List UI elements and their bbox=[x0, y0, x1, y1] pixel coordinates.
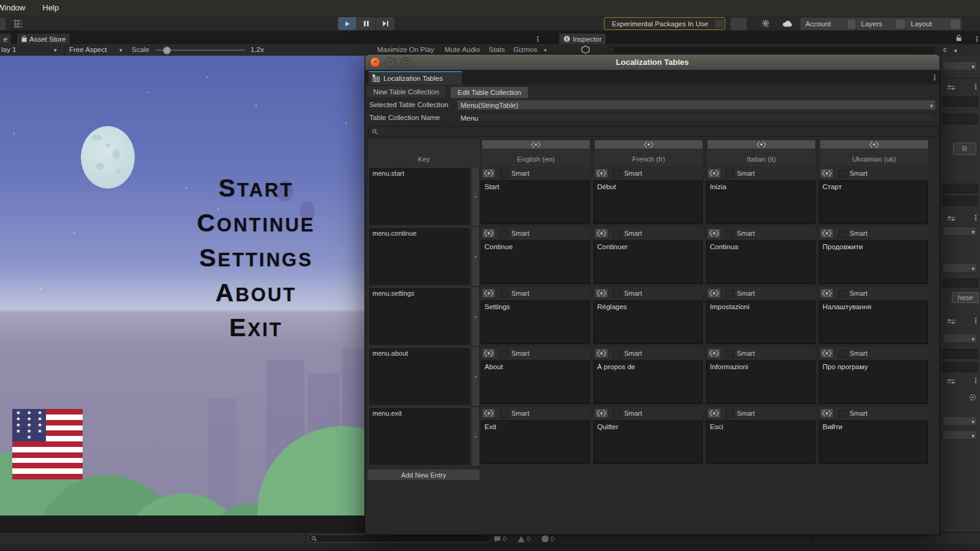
inspector-dropdown[interactable] bbox=[943, 61, 977, 70]
metadata-button[interactable] bbox=[482, 288, 496, 298]
remove-entry-button[interactable]: - bbox=[472, 167, 479, 226]
play-button[interactable] bbox=[337, 17, 357, 31]
language-column-header[interactable]: Italian (it) bbox=[707, 139, 816, 167]
key-cell[interactable]: menu.start bbox=[368, 167, 471, 226]
smart-checkbox[interactable] bbox=[839, 290, 846, 298]
remove-entry-button[interactable]: - bbox=[472, 347, 479, 406]
smart-checkbox[interactable] bbox=[726, 410, 734, 418]
step-button[interactable] bbox=[376, 17, 395, 31]
inspector-dropdown[interactable] bbox=[943, 416, 977, 425]
menu-window[interactable]: Window bbox=[0, 3, 25, 12]
tab-partial-left[interactable]: e bbox=[0, 34, 11, 44]
grid-snap-button[interactable] bbox=[10, 17, 26, 29]
remove-entry-button[interactable]: - bbox=[472, 407, 479, 466]
language-column-header[interactable]: Ukrainian (uk) bbox=[820, 139, 929, 167]
column-metadata-button[interactable] bbox=[594, 140, 703, 149]
translation-text[interactable]: Quitter bbox=[594, 421, 703, 464]
language-column-header[interactable]: French (fr) bbox=[594, 139, 703, 167]
aspect-dropdown-arrow-icon[interactable] bbox=[119, 46, 123, 53]
add-new-entry-button[interactable]: Add New Entry bbox=[367, 469, 480, 481]
target-circle-icon[interactable] bbox=[969, 394, 976, 401]
collection-name-field[interactable]: Menu bbox=[457, 113, 936, 122]
translation-text[interactable]: Informazioni bbox=[706, 361, 815, 404]
smart-checkbox[interactable] bbox=[726, 170, 734, 178]
column-metadata-button[interactable] bbox=[820, 140, 929, 149]
layers-dropdown[interactable]: Layers bbox=[856, 17, 907, 31]
aspect-dropdown[interactable]: Free Aspect bbox=[69, 46, 107, 53]
metadata-button[interactable] bbox=[707, 228, 721, 238]
metadata-button[interactable] bbox=[595, 228, 608, 238]
component-kebab-icon[interactable] bbox=[972, 214, 979, 222]
r-button[interactable]: R bbox=[953, 143, 976, 155]
static-dropdown-arrow-icon[interactable] bbox=[954, 47, 957, 54]
metadata-button[interactable] bbox=[707, 348, 721, 358]
smart-checkbox[interactable] bbox=[613, 410, 621, 418]
metadata-button[interactable] bbox=[482, 168, 496, 178]
metadata-button[interactable] bbox=[595, 168, 608, 178]
layout-dropdown[interactable]: Layout bbox=[905, 17, 962, 31]
cloud-button[interactable] bbox=[778, 17, 796, 29]
translation-text[interactable]: Exit bbox=[481, 421, 590, 464]
smart-checkbox[interactable] bbox=[500, 410, 508, 418]
translation-text[interactable]: Вийти bbox=[819, 421, 928, 464]
console-errors-counter[interactable]: 0 bbox=[541, 535, 554, 542]
inspector-lock-icon[interactable] bbox=[956, 34, 962, 42]
tab-inspector[interactable]: Inspector bbox=[559, 34, 606, 44]
smart-checkbox[interactable] bbox=[500, 350, 508, 358]
translation-text[interactable]: Inizia bbox=[706, 181, 815, 224]
inspector-kebab-icon[interactable] bbox=[973, 35, 980, 43]
collab-button[interactable]: x bbox=[755, 17, 776, 29]
gizmos-dropdown[interactable]: Gizmos bbox=[513, 46, 537, 53]
experimental-packages-badge[interactable]: Experimental Packages In Use bbox=[604, 17, 725, 30]
translation-text[interactable]: About bbox=[481, 361, 590, 404]
translation-text[interactable]: Continue bbox=[481, 241, 590, 284]
smart-checkbox[interactable] bbox=[726, 230, 734, 238]
translation-text[interactable]: Début bbox=[594, 181, 703, 224]
metadata-button[interactable] bbox=[707, 408, 721, 418]
inspector-dropdown[interactable] bbox=[943, 227, 977, 236]
selected-collection-dropdown[interactable]: Menu(StringTable) bbox=[457, 100, 936, 110]
inspector-field[interactable] bbox=[943, 279, 978, 288]
key-cell[interactable]: menu.exit bbox=[368, 407, 471, 466]
smart-checkbox[interactable] bbox=[500, 230, 508, 238]
translation-text[interactable]: Impostazioni bbox=[706, 301, 815, 344]
column-metadata-button[interactable] bbox=[707, 140, 816, 149]
smart-checkbox[interactable] bbox=[500, 290, 508, 298]
language-column-header[interactable]: English (en) bbox=[481, 139, 590, 167]
translation-text[interactable]: À propos de bbox=[594, 361, 703, 404]
smart-checkbox[interactable] bbox=[613, 230, 621, 238]
inspector-field[interactable] bbox=[943, 196, 978, 206]
inspector-dropdown[interactable] bbox=[943, 430, 977, 440]
stats-toggle[interactable]: Stats bbox=[489, 46, 505, 53]
preset-icon[interactable] bbox=[947, 216, 956, 222]
metadata-button[interactable] bbox=[820, 288, 834, 298]
smart-checkbox[interactable] bbox=[839, 170, 846, 178]
tab-asset-store[interactable]: Asset Store bbox=[17, 34, 70, 44]
menu-help[interactable]: Help bbox=[42, 3, 59, 12]
metadata-button[interactable] bbox=[820, 408, 834, 418]
inspector-field[interactable] bbox=[943, 114, 978, 124]
smart-checkbox[interactable] bbox=[726, 350, 734, 358]
translation-text[interactable]: Settings bbox=[481, 301, 590, 344]
display-dropdown-arrow-icon[interactable] bbox=[54, 46, 57, 53]
inspector-dropdown[interactable] bbox=[943, 263, 977, 272]
inspector-dropdown[interactable] bbox=[943, 334, 977, 343]
translation-text[interactable]: Продовжити bbox=[819, 241, 928, 284]
translation-text[interactable]: Start bbox=[481, 181, 590, 224]
preset-icon[interactable] bbox=[947, 378, 956, 384]
smart-checkbox[interactable] bbox=[613, 290, 621, 298]
preset-icon[interactable] bbox=[947, 84, 956, 91]
column-metadata-button[interactable] bbox=[481, 140, 590, 149]
metadata-button[interactable] bbox=[595, 348, 608, 358]
pause-button[interactable] bbox=[357, 17, 376, 31]
key-cell[interactable]: menu.about bbox=[368, 347, 471, 406]
translation-text[interactable]: Réglages bbox=[594, 301, 703, 344]
badge-dismiss-box[interactable] bbox=[715, 20, 723, 28]
smart-checkbox[interactable] bbox=[839, 410, 846, 418]
smart-checkbox[interactable] bbox=[613, 170, 621, 178]
key-cell[interactable]: menu.continue bbox=[368, 227, 471, 286]
console-warnings-counter[interactable]: 0 bbox=[518, 535, 530, 542]
inspector-field[interactable] bbox=[943, 184, 978, 193]
translation-text[interactable]: Налаштування bbox=[819, 301, 928, 344]
smart-checkbox[interactable] bbox=[726, 290, 734, 298]
